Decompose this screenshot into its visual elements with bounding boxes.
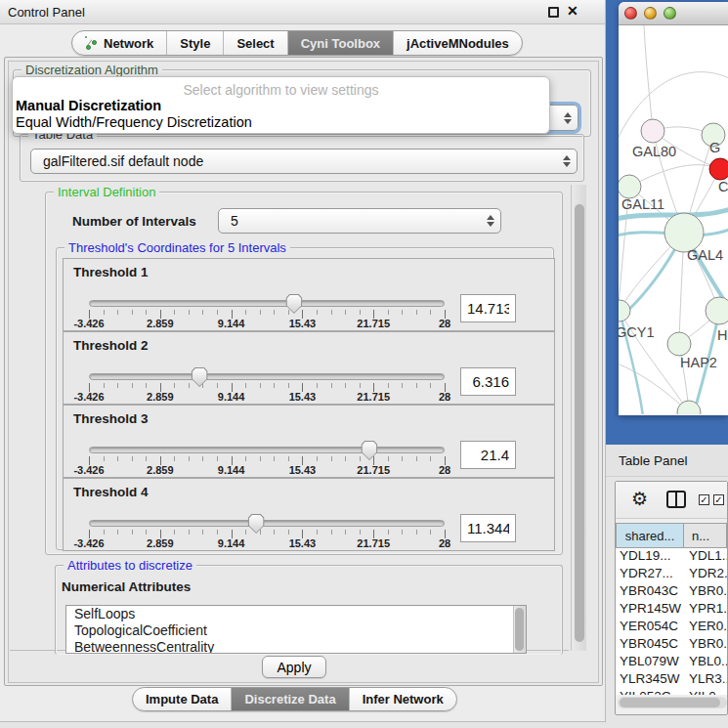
tick-label: -3.426	[73, 537, 104, 549]
network-node-gal4[interactable]	[664, 213, 704, 252]
attribute-list-item[interactable]: TopologicalCoefficient	[66, 622, 526, 639]
tab-network-label: Network	[104, 36, 153, 51]
split-columns-icon[interactable]	[666, 491, 686, 508]
network-node-label: GCY1	[619, 324, 655, 340]
threshold-3-slider[interactable]	[89, 447, 445, 453]
interval-definition-group-title: Interval Definition	[54, 185, 159, 199]
network-graph: GAL80GCGAL11GAL4GCY1HHAP2	[619, 25, 728, 414]
tab-impute-data-label: Impute Data	[146, 692, 218, 707]
threshold-1-slider[interactable]	[89, 300, 445, 307]
table-cell: YBR0...	[684, 583, 727, 601]
combo-stepper-icon	[481, 209, 500, 233]
threshold-2-value-field[interactable]	[460, 367, 516, 396]
table-row[interactable]: YIL052CYIL0...	[616, 689, 727, 695]
top-tab-bar: Network Style Select Cyni Toolbox jActiv…	[71, 30, 523, 56]
bottom-tab-bar: Impute Data Discretize Data Infer Networ…	[132, 687, 457, 711]
zoom-traffic-light-icon[interactable]	[664, 7, 676, 20]
attribute-list-item[interactable]: BetweennessCentrality	[66, 639, 526, 654]
table-row[interactable]: YBR045CYBR0...	[616, 636, 727, 654]
tab-infer-network[interactable]: Infer Network	[349, 688, 456, 710]
tick-label: -3.426	[73, 464, 104, 476]
network-node-label: G	[709, 140, 720, 155]
close-traffic-light-icon[interactable]	[624, 7, 637, 20]
table-row[interactable]: YDL19...YDL1...	[616, 548, 727, 566]
tab-style-label: Style	[180, 36, 210, 51]
tick-label: -3.426	[73, 391, 104, 403]
table-cell: YPR145W	[616, 601, 684, 619]
tab-discretize-data-label: Discretize Data	[244, 692, 335, 707]
table-horizontal-scrollbar[interactable]	[618, 697, 727, 708]
checkbox-checked-icon[interactable]: ✓	[699, 494, 709, 505]
settings-scrollbar[interactable]	[571, 185, 586, 651]
tab-cyni-toolbox[interactable]: Cyni Toolbox	[287, 31, 393, 55]
number-of-intervals-combobox[interactable]: 5	[218, 208, 501, 234]
dropdown-option-equal-width-frequency[interactable]: Equal Width/Frequency Discretization	[13, 114, 549, 131]
table-row[interactable]: YBL079WYBL0...	[616, 654, 727, 671]
network-view-frame: GAL80GCGAL11GAL4GCY1HHAP2	[606, 0, 728, 445]
network-node-gcy1[interactable]	[619, 300, 630, 321]
table-row[interactable]: YBR043CYBR0...	[616, 583, 727, 601]
tab-discretize-data[interactable]: Discretize Data	[231, 688, 348, 710]
table-cell: YPR1...	[684, 601, 727, 619]
network-node-h[interactable]	[706, 297, 728, 324]
tab-select[interactable]: Select	[223, 31, 286, 55]
table-toolbar: ⚙ ✓ ✓	[616, 482, 727, 519]
network-node-label: GAL11	[621, 196, 664, 212]
tick-label: 15.43	[289, 318, 317, 329]
threshold-2-slider[interactable]	[89, 373, 445, 380]
table-row[interactable]: YPR145WYPR1...	[616, 601, 727, 619]
close-icon[interactable]: ✕	[567, 3, 582, 21]
threshold-4-panel: Threshold 4 -3.4262.8599.14415.4321.7152…	[63, 478, 555, 551]
network-node-hap2[interactable]	[667, 332, 691, 356]
network-node-label: C	[718, 179, 728, 194]
network-view-window: GAL80GCGAL11GAL4GCY1HHAP2	[619, 2, 728, 415]
table-cell: YDR2...	[684, 566, 727, 583]
tab-select-label: Select	[236, 36, 274, 51]
network-node-c[interactable]	[709, 158, 728, 180]
tick-label: 2.859	[147, 464, 174, 476]
network-node-gal11[interactable]	[619, 175, 641, 198]
tab-style[interactable]: Style	[166, 31, 223, 55]
tick-label: 21.715	[357, 464, 390, 476]
tab-jactivemnodules[interactable]: jActiveMNodules	[393, 31, 522, 55]
attributes-group-title: Attributes to discretize	[64, 558, 196, 573]
threshold-2-slider-tick-labels: -3.4262.8599.14415.4321.71528	[89, 391, 445, 403]
table-cell: YBL0...	[684, 654, 727, 671]
network-icon	[85, 36, 98, 50]
threshold-3-panel: Threshold 3 -3.4262.8599.14415.4321.7152…	[63, 405, 555, 478]
column-header-name[interactable]: n...	[684, 523, 727, 548]
interval-definition-group: Interval Definition Number of Intervals …	[45, 192, 563, 555]
threshold-4-label: Threshold 4	[73, 485, 149, 499]
gear-icon[interactable]: ⚙	[631, 488, 648, 510]
attributes-list-scrollbar[interactable]	[513, 606, 526, 653]
discretization-algorithm-group-title: Discretization Algorithm	[21, 63, 162, 77]
threshold-4-slider-tick-labels: -3.4262.8599.14415.4321.71528	[89, 537, 445, 549]
apply-button[interactable]: Apply	[262, 656, 326, 678]
table-row[interactable]: YLR345WYLR3...	[616, 671, 727, 689]
table-row[interactable]: YER054CYER0...	[616, 619, 727, 636]
threshold-2-panel: Threshold 2 -3.4262.8599.14415.4321.7152…	[63, 331, 555, 405]
table-cell: YBL079W	[616, 654, 684, 671]
table-cell: YBR0...	[684, 636, 727, 654]
table-row[interactable]: YDR27...YDR2...	[616, 566, 727, 583]
checkbox-checked-icon[interactable]: ✓	[713, 494, 724, 505]
threshold-4-value-field[interactable]	[460, 514, 516, 542]
column-header-shared[interactable]: shared...	[616, 523, 684, 548]
tab-impute-data[interactable]: Impute Data	[133, 688, 231, 710]
number-of-intervals-value: 5	[219, 213, 481, 229]
network-node-gal80[interactable]	[641, 119, 664, 143]
thresholds-group-title: Threshold's Coordinates for 5 Intervals	[64, 240, 290, 255]
threshold-3-value-field[interactable]	[460, 441, 516, 469]
network-canvas[interactable]: GAL80GCGAL11GAL4GCY1HHAP2	[619, 25, 728, 414]
tick-label: 2.859	[147, 537, 174, 549]
float-window-icon[interactable]	[548, 7, 559, 18]
tick-label: 2.859	[147, 391, 174, 403]
attribute-list-item[interactable]: SelfLoops	[66, 606, 526, 622]
tab-network[interactable]: Network	[72, 31, 166, 55]
threshold-4-slider[interactable]	[89, 520, 445, 527]
table-data-combobox[interactable]: galFiltered.sif default node	[30, 149, 578, 174]
network-node-label: H	[717, 327, 727, 343]
threshold-1-value-field[interactable]	[460, 294, 516, 322]
minimize-traffic-light-icon[interactable]	[644, 7, 657, 20]
dropdown-option-manual-discretization[interactable]: Manual Discretization	[13, 98, 549, 114]
